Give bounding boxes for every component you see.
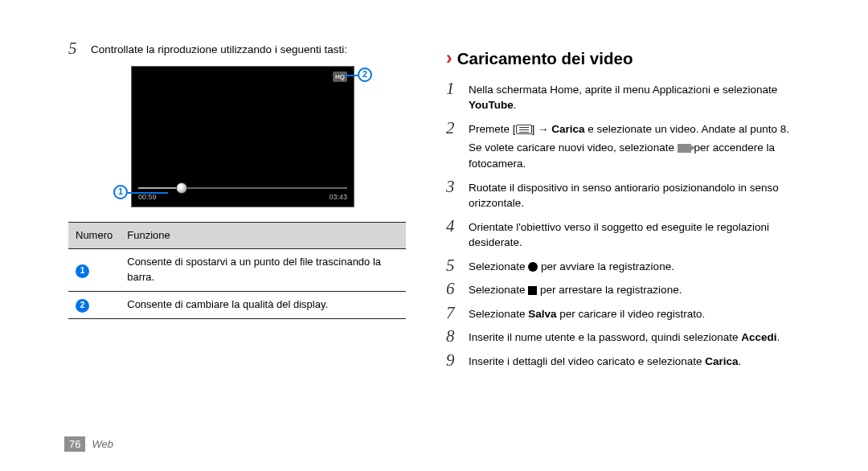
table-row: 1 Consente di spostarvi a un punto del f… <box>68 249 406 292</box>
heading-text: Caricamento dei video <box>457 47 633 71</box>
seek-bar <box>138 187 347 189</box>
step-7: 7 Selezionate Salva per caricare il vide… <box>446 305 820 322</box>
step-2: 2 Premete [] → Carica e selezionate un v… <box>446 120 820 172</box>
table-row: 2 Consente di cambiare la qualità del di… <box>68 292 406 319</box>
step-8: 8 Inserite il nume utente e la password,… <box>446 328 820 346</box>
subsection-heading: › Caricamento dei video <box>446 47 820 71</box>
step-3: 3 Ruotate il dispositivo in senso antior… <box>446 178 820 211</box>
step-5-left: 5 Controllate la riproduzione utilizzand… <box>68 40 406 58</box>
hq-badge: HQ <box>333 72 347 83</box>
record-icon <box>528 262 538 272</box>
video-player-illustration: HQ 00:59 03:43 1 2 <box>120 66 354 207</box>
seek-thumb <box>176 182 187 194</box>
row-badge: 1 <box>76 264 89 278</box>
callout-line-1 <box>128 192 168 194</box>
step-5: 5 Selezionate per avviare la registrazio… <box>446 257 820 275</box>
video-screen: HQ 00:59 03:43 <box>131 66 354 207</box>
step-4: 4 Orientate l'obiettivo verso il soggett… <box>446 218 820 251</box>
step-text: Controllate la riproduzione utilizzando … <box>91 40 406 58</box>
step-1: 1 Nella schermata Home, aprite il menu A… <box>446 80 820 113</box>
row-desc: Consente di cambiare la qualità del disp… <box>120 292 406 319</box>
step-9: 9 Inserite i dettagli del video caricato… <box>446 352 820 370</box>
row-desc: Consente di spostarvi a un punto del fil… <box>120 249 406 292</box>
page-footer: 76 Web <box>64 436 113 452</box>
function-table: Numero Funzione 1 Consente di spostarvi … <box>68 222 406 319</box>
callout-badge-2: 2 <box>358 68 372 82</box>
right-column: › Caricamento dei video 1 Nella schermat… <box>446 40 820 439</box>
stop-icon <box>528 286 537 295</box>
callout-line-2 <box>345 75 358 76</box>
callout-badge-1: 1 <box>113 185 128 199</box>
camera-icon <box>678 144 691 153</box>
section-name: Web <box>92 438 113 450</box>
step-6: 6 Selezionate per arrestare la registraz… <box>446 281 820 298</box>
step-number: 5 <box>68 40 83 58</box>
table-header-num: Numero <box>68 222 120 249</box>
table-header-func: Funzione <box>120 222 406 249</box>
page-number: 76 <box>64 436 85 452</box>
row-badge: 2 <box>76 299 89 313</box>
chevron-right-icon: › <box>446 49 452 68</box>
left-column: 5 Controllate la riproduzione utilizzand… <box>68 40 406 439</box>
time-total: 03:43 <box>329 192 347 203</box>
menu-key-icon <box>516 125 532 134</box>
